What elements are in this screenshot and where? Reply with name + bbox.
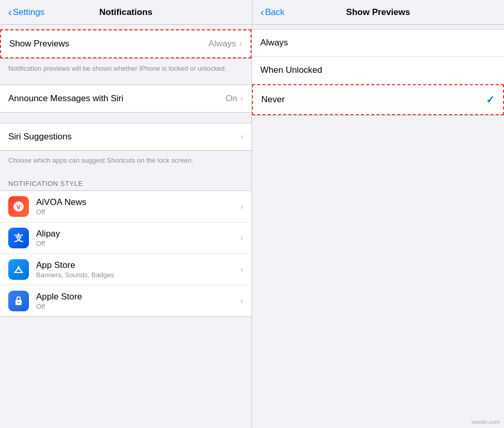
apps-section: V AiVOA News Off › 支 Alipay Off	[0, 191, 251, 317]
announce-value: On	[226, 93, 238, 104]
app-chevron-icon: ›	[240, 233, 243, 243]
svg-text:V: V	[17, 204, 21, 210]
left-nav-panel: ‹ Settings Notifications	[0, 0, 253, 24]
right-nav-panel: ‹ Back Show Previews	[253, 0, 505, 24]
app-subtitle: Banners, Sounds, Badges	[36, 271, 240, 279]
app-name: App Store	[36, 260, 240, 271]
app-name: AiVOA News	[36, 197, 240, 208]
app-info: AiVOA News Off	[36, 197, 240, 216]
content-area: Show Previews Always › Notification prev…	[0, 25, 504, 428]
show-previews-description: Notification previews will be shown whet…	[0, 59, 251, 81]
app-info: Apple Store Off	[36, 292, 240, 310]
announce-section: Announce Messages with Siri On ›	[0, 85, 251, 113]
left-nav-title: Notifications	[99, 7, 152, 18]
svg-text:支: 支	[13, 233, 24, 243]
back-chevron-icon-right: ‹	[261, 6, 264, 18]
announce-chevron-icon: ›	[240, 93, 243, 104]
svg-point-5	[18, 302, 20, 304]
notification-style-header: NOTIFICATION STYLE	[0, 177, 251, 191]
siri-suggestions-description: Choose which apps can suggest Shortcuts …	[0, 151, 251, 172]
show-previews-options-section: Always When Unlocked Never ✓	[252, 29, 504, 116]
show-previews-chevron-icon: ›	[239, 39, 242, 49]
list-item[interactable]: App Store Banners, Sounds, Badges ›	[0, 254, 251, 286]
alipay-icon: 支	[8, 228, 29, 248]
list-item[interactable]: V AiVOA News Off ›	[0, 191, 251, 223]
checkmark-icon: ✓	[486, 93, 495, 106]
app-chevron-icon: ›	[240, 296, 243, 306]
show-previews-section: Show Previews Always ›	[0, 29, 251, 59]
announce-row[interactable]: Announce Messages with Siri On ›	[0, 85, 251, 112]
never-option-row[interactable]: Never ✓	[253, 85, 503, 114]
when-unlocked-option-row[interactable]: When Unlocked	[252, 57, 504, 84]
app-subtitle: Off	[36, 240, 240, 247]
announce-label: Announce Messages with Siri	[8, 93, 226, 104]
back-label-right: Back	[265, 7, 285, 18]
never-label: Never	[261, 94, 486, 105]
watermark: wsxdn.com	[471, 419, 500, 425]
never-highlight: Never ✓	[252, 84, 504, 115]
back-chevron-icon: ‹	[8, 6, 12, 18]
always-label: Always	[260, 38, 496, 48]
app-name: Apple Store	[36, 292, 240, 302]
app-name: Alipay	[36, 229, 240, 239]
appstore-icon	[8, 259, 29, 280]
show-previews-highlight: Show Previews Always ›	[0, 29, 251, 58]
siri-suggestions-row[interactable]: Siri Suggestions ›	[0, 123, 251, 150]
app-subtitle: Off	[36, 303, 240, 310]
back-label: Settings	[13, 7, 44, 18]
show-previews-row[interactable]: Show Previews Always ›	[1, 30, 250, 57]
settings-back-button[interactable]: ‹ Settings	[8, 6, 44, 18]
show-previews-value: Always	[208, 39, 236, 49]
app-chevron-icon: ›	[240, 264, 243, 275]
aivoa-icon: V	[8, 196, 29, 217]
app-subtitle: Off	[36, 208, 240, 216]
app-chevron-icon: ›	[240, 201, 243, 212]
applestore-icon	[8, 291, 29, 311]
list-item[interactable]: 支 Alipay Off ›	[0, 223, 251, 254]
siri-suggestions-label: Siri Suggestions	[8, 132, 240, 142]
back-button[interactable]: ‹ Back	[261, 6, 285, 18]
app-info: Alipay Off	[36, 229, 240, 247]
show-previews-label: Show Previews	[9, 39, 208, 49]
right-nav-title: Show Previews	[346, 7, 410, 18]
nav-bars: ‹ Settings Notifications ‹ Back Show Pre…	[0, 0, 504, 25]
right-panel: Always When Unlocked Never ✓	[252, 25, 504, 428]
app-info: App Store Banners, Sounds, Badges	[36, 260, 240, 279]
left-panel: Show Previews Always › Notification prev…	[0, 25, 252, 428]
always-option-row[interactable]: Always	[252, 29, 504, 57]
when-unlocked-label: When Unlocked	[260, 65, 496, 75]
siri-suggestions-section: Siri Suggestions ›	[0, 123, 251, 151]
siri-suggestions-chevron-icon: ›	[240, 132, 243, 142]
list-item[interactable]: Apple Store Off ›	[0, 286, 251, 316]
